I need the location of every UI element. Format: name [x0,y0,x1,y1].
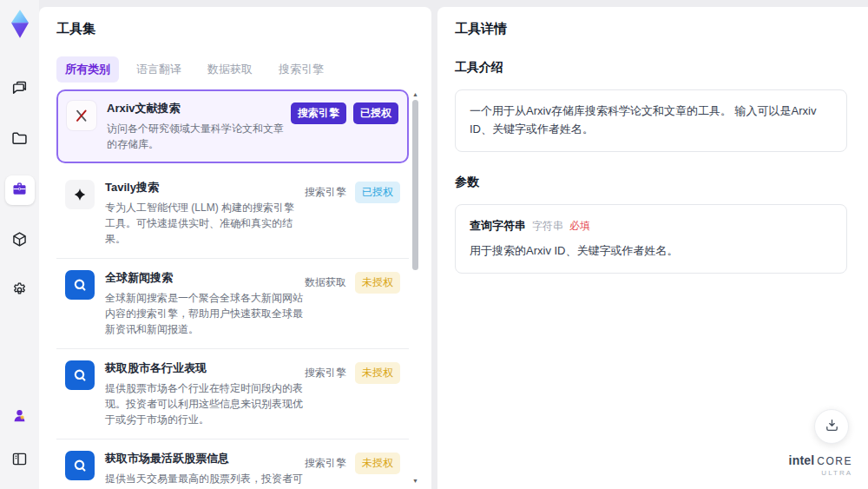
news-search-icon [65,270,95,300]
stock-search-icon [65,451,95,480]
sidebar-item-chat[interactable] [5,75,35,104]
tool-name: 获取市场最活跃股票信息 [105,451,303,466]
tool-description: 全球新闻搜索是一个聚合全球各大新闻网站内容的搜索引擎，帮助用户快速获取全球最新资… [105,290,303,337]
download-icon [824,417,840,437]
tool-card-most-active-stocks[interactable]: 获取市场最活跃股票信息 提供当天交易量最高的股票列表，投资者可以利用这些信息来识… [56,439,409,489]
list-scrollbar[interactable]: ▲ ▼ [411,89,419,489]
tool-list: Arxiv文献搜索 访问各个研究领域大量科学论文和文章的存储库。 搜索引擎 已授… [56,89,419,489]
app-logo [7,9,33,38]
auth-status-badge: 未授权 [355,272,400,294]
detail-title: 工具详情 [455,21,847,37]
arxiv-logo-icon [67,101,96,130]
tool-card-global-news[interactable]: 全球新闻搜索 全球新闻搜索是一个聚合全球各大新闻网站内容的搜索引擎，帮助用户快速… [56,259,409,349]
scroll-up-arrow[interactable]: ▲ [412,91,418,97]
sidebar-item-tools[interactable] [5,175,35,205]
chat-icon [10,79,29,101]
param-box: 查询字符串 字符串 必填 用于搜索的Arxiv ID、关键字或作者姓名。 [455,204,847,274]
category-tabs: 所有类别 语言翻译 数据获取 搜索引擎 [56,56,419,83]
tab-search-engine[interactable]: 搜索引擎 [270,56,332,83]
tavily-star-icon [65,180,95,209]
rail-bottom [5,402,35,475]
tool-name: Tavily搜索 [105,180,303,195]
sidebar-item-settings[interactable] [5,276,35,306]
auth-status-badge: 未授权 [355,362,400,384]
page-title: 工具集 [56,21,419,37]
intro-box: 一个用于从Arxiv存储库搜索科学论文和文章的工具。 输入可以是Arxiv ID… [455,89,847,152]
panels-icon [10,450,29,472]
toolbox-icon [10,180,29,202]
content-area: 工具集 所有类别 语言翻译 数据获取 搜索引擎 A [39,0,868,489]
download-button[interactable] [814,409,849,444]
toggle-sidebar-button[interactable] [5,446,35,475]
left-rail [0,0,39,489]
auth-status-badge: 已授权 [355,182,400,203]
category-badge: 搜索引擎 [303,182,348,203]
stock-search-icon [65,360,95,390]
ultra-logo-text: ULTRA [789,470,852,477]
category-badge: 搜索引擎 [291,102,346,124]
package-icon [10,230,29,252]
param-description: 用于搜索的Arxiv ID、关键字或作者姓名。 [470,242,832,261]
tab-translation[interactable]: 语言翻译 [128,56,190,83]
tool-description: 提供股票市场各个行业在特定时间段内的表现。投资者可以利用这些信息来识别表现优于或… [105,380,303,427]
tab-data-fetch[interactable]: 数据获取 [199,56,261,83]
param-name: 查询字符串 [470,217,526,235]
tool-card-tavily[interactable]: Tavily搜索 专为人工智能代理 (LLM) 构建的搜索引擎工具。可快速提供实… [56,169,409,259]
category-badge: 搜索引擎 [303,362,348,384]
scrollbar-thumb[interactable] [412,100,418,270]
user-icon [10,406,29,428]
param-type: 字符串 [532,218,563,235]
tool-card-arxiv[interactable]: Arxiv文献搜索 访问各个研究领域大量科学论文和文章的存储库。 搜索引擎 已授… [56,89,409,163]
user-account-button[interactable] [5,402,35,432]
intel-logo-text: intel [789,453,815,467]
tool-name: 获取股市各行业表现 [105,360,303,376]
sidebar-item-packages[interactable] [5,226,35,255]
tool-card-sector-performance[interactable]: 获取股市各行业表现 提供股票市场各个行业在特定时间段内的表现。投资者可以利用这些… [56,349,409,439]
tool-description: 专为人工智能代理 (LLM) 构建的搜索引擎工具。可快速提供实时、准确和真实的结… [105,200,303,247]
params-heading: 参数 [455,175,847,190]
sidebar-item-files[interactable] [5,125,35,155]
core-logo-text: CORE [817,455,852,467]
settings-icon [10,281,29,302]
folder-icon [10,129,29,151]
intel-core-logo: intelCORE ULTRA [789,453,852,477]
intro-heading: 工具介绍 [455,60,847,76]
rail-nav [5,75,35,306]
category-badge: 数据获取 [303,272,348,294]
param-required-flag: 必填 [569,218,590,235]
auth-status-badge: 已授权 [353,102,398,124]
category-badge: 搜索引擎 [303,453,348,474]
scroll-down-arrow[interactable]: ▼ [412,478,418,484]
auth-status-badge: 未授权 [355,453,400,474]
tool-detail-panel: 工具详情 工具介绍 一个用于从Arxiv存储库搜索科学论文和文章的工具。 输入可… [437,7,868,489]
tool-name: Arxiv文献搜索 [107,101,291,116]
tab-all-categories[interactable]: 所有类别 [56,56,119,83]
tool-list-panel: 工具集 所有类别 语言翻译 数据获取 搜索引擎 A [39,7,431,489]
tool-description: 提供当天交易量最高的股票列表，投资者可以利用这些信息来识别流动性强的股票和潜在的… [105,471,303,489]
app-window: 工具集 所有类别 语言翻译 数据获取 搜索引擎 A [0,0,868,489]
tool-name: 全球新闻搜索 [105,270,303,286]
tool-description: 访问各个研究领域大量科学论文和文章的存储库。 [107,121,291,152]
